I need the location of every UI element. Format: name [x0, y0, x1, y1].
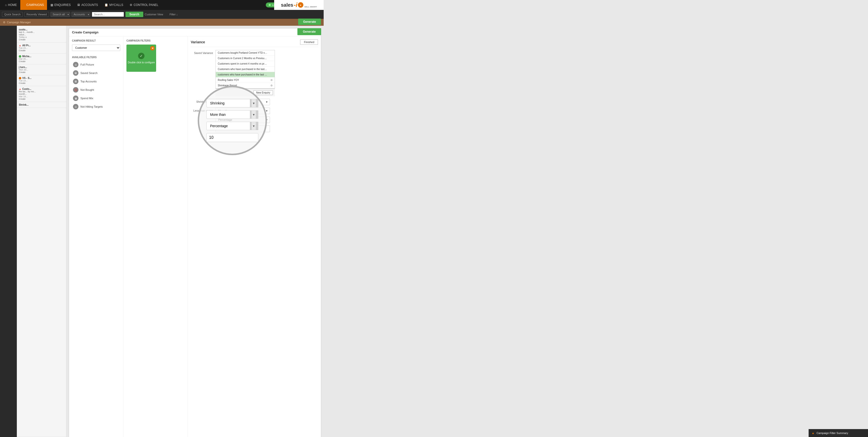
- less-than-label: Less than or gre: [191, 107, 213, 112]
- mycalls-icon: 📋: [104, 3, 108, 7]
- search-bar: Quick Search Recently Viewed Search all …: [0, 10, 323, 19]
- brand-logo: sales -i ● SELL SMART: [274, 0, 323, 10]
- main-layout: custo... last 3... month... value... Tod…: [0, 26, 323, 437]
- variance-list-item[interactable]: Customers bought Portland Cement YTD vs …: [216, 50, 275, 56]
- value-input[interactable]: [216, 125, 270, 132]
- spend-mix-icon: ▦: [73, 95, 79, 101]
- left-sidebar: [0, 26, 17, 437]
- nav-accounts[interactable]: 🏛 ACCOUNTS: [74, 0, 101, 10]
- shrinking-label: Shrinking or g: [191, 99, 213, 103]
- campaign-filters-panel: CAMPAIGN FILTERS ✕ ✓ Double click to con…: [123, 36, 188, 437]
- search-all-select[interactable]: Search all: [51, 12, 70, 17]
- variance-list-item[interactable]: Customers who have purchased in the last…: [216, 67, 275, 72]
- percentage-select[interactable]: Percentage Value: [216, 117, 270, 123]
- filter-link[interactable]: Filter ↓: [169, 13, 178, 16]
- top-navigation: ⌂ HOME ● CAMPAIGNS ▦ ENQUIRIES 🏛 ACCOUNT…: [0, 0, 323, 10]
- generate-button-top[interactable]: Generate: [298, 28, 321, 35]
- full-picture-icon: ◎: [73, 62, 79, 67]
- shrinking-select[interactable]: Shrinking Growing: [216, 99, 270, 105]
- breadcrumb-path: Campaign Manager: [7, 21, 31, 24]
- variance-dropdown-list[interactable]: Customers bought Portland Cement YTD vs …: [216, 50, 275, 89]
- percentage-select-wrap: Percentage Value: [216, 117, 270, 123]
- more-than-select-wrap: More than Less than: [216, 107, 270, 114]
- filter-top-accounts[interactable]: 🏛 Top Accounts: [72, 77, 120, 85]
- variance-list-item[interactable]: Customers in Current 2 Months vs Previou…: [216, 56, 275, 61]
- accounts-select[interactable]: Accounts: [71, 12, 90, 17]
- variance-list-container: Customers bought Portland Cement YTD vs …: [216, 50, 275, 96]
- campaign-filters-title: CAMPAIGN FILTERS: [126, 39, 185, 42]
- list-item[interactable]: custo... last 3... month... value... Tod…: [17, 27, 66, 42]
- filter-full-picture[interactable]: ◎ Full Picture: [72, 61, 120, 68]
- variance-title: Variance: [191, 40, 205, 44]
- status-indicator: [19, 55, 21, 58]
- percentage-row: Percentage Value: [191, 117, 318, 123]
- nav-controlpanel[interactable]: ⚙ CONTROL PANEL: [127, 0, 161, 10]
- nav-home[interactable]: ⌂ HOME: [2, 0, 20, 10]
- filter-close-icon[interactable]: ✕: [150, 46, 155, 51]
- filter-check-icon: ✓: [138, 53, 145, 59]
- generate-button[interactable]: Generate: [298, 19, 321, 25]
- accounts-select-wrap: Accounts: [71, 12, 90, 17]
- filter-not-hitting-targets[interactable]: ◎ Not Hitting Targets: [72, 103, 120, 111]
- finished-button[interactable]: Finished: [300, 39, 318, 45]
- filter-saved-search[interactable]: 🏛 Saved Search: [72, 69, 120, 77]
- nav-enquiries[interactable]: ▦ ENQUIRIES: [48, 0, 74, 10]
- breadcrumb-icon: ⚙: [3, 21, 5, 24]
- not-hitting-targets-icon: ◎: [73, 104, 79, 110]
- campaign-result-select[interactable]: Customer: [72, 44, 120, 51]
- variance-item-icon[interactable]: ⚙: [271, 84, 273, 87]
- controlpanel-icon: ⚙: [130, 3, 132, 7]
- filter-box-label: Double click to configure: [128, 61, 155, 64]
- recently-viewed-button[interactable]: Recently Viewed: [24, 12, 49, 17]
- quick-search-button[interactable]: Quick Search: [2, 12, 23, 17]
- shrinking-row: Shrinking or g Shrinking Growing: [191, 99, 318, 105]
- available-filters-section: AVAILABLE FILTERS ◎ Full Picture 🏛 Saved…: [72, 56, 120, 111]
- more-than-select[interactable]: More than Less than: [216, 107, 270, 114]
- campaign-content: CAMPAIGN RESULT Customer AVAILABLE FILTE…: [69, 36, 321, 437]
- warning-icon: ▲: [19, 88, 21, 90]
- enquiries-icon: ▦: [51, 3, 53, 7]
- new-enquiry-button[interactable]: New Enquiry: [253, 90, 273, 95]
- saved-variance-label: Saved Variance: [191, 50, 213, 55]
- accounts-icon: 🏛: [77, 3, 80, 7]
- warning-icon: ▲: [19, 44, 21, 47]
- list-item[interactable]: ▲ All Pr... Tue 23... Create: [17, 42, 66, 54]
- nav-mycalls[interactable]: 📋 MYCALLS: [101, 0, 126, 10]
- customer-view-link[interactable]: Customer View: [145, 13, 163, 16]
- list-item[interactable]: ▲ Custo... the las... by mo... month... …: [17, 86, 66, 102]
- variance-list-actions: New Enquiry: [216, 89, 275, 96]
- help-dot-icon: [269, 4, 271, 6]
- variance-list-item[interactable]: Customers spent in current 4 months vs p…: [216, 61, 275, 67]
- variance-list-item-selected[interactable]: customers who have purchased in the last…: [216, 72, 275, 77]
- home-icon: ⌂: [5, 3, 7, 7]
- mag-value-input[interactable]: [206, 133, 258, 142]
- create-campaign-title: Create Campaign: [72, 30, 98, 34]
- breadcrumb-bar: ⚙ Campaign Manager: [0, 19, 323, 26]
- filter-not-bought[interactable]: 🚫 Not Bought: [72, 86, 120, 94]
- shrinking-select-wrap: Shrinking Growing: [216, 99, 270, 105]
- search-input[interactable]: [92, 12, 124, 17]
- not-bought-icon: 🚫: [73, 87, 79, 93]
- nav-campaigns[interactable]: ● CAMPAIGNS: [20, 0, 47, 10]
- search-all-select-wrap: Search all: [51, 12, 70, 17]
- less-than-row: Less than or gre More than Less than: [191, 107, 318, 114]
- variance-header: Variance Finished: [191, 39, 318, 47]
- search-button[interactable]: Search: [125, 12, 143, 17]
- filter-spend-mix[interactable]: ▦ Spend Mix: [72, 94, 120, 102]
- variance-list-item[interactable]: Roofing Sales YOY ⚙: [216, 77, 275, 83]
- list-item[interactable]: Micha... Mar 20... Create: [17, 54, 66, 64]
- create-campaign-panel: Create Campaign Generate CAMPAIGN RESULT…: [69, 28, 321, 437]
- variance-panel: Variance Finished Saved Variance Custome…: [188, 36, 321, 437]
- create-campaign-header: Create Campaign: [69, 28, 321, 36]
- filter-configure-box[interactable]: ✕ ✓ Double click to configure: [126, 44, 156, 72]
- list-item[interactable]: j turn... Mon 20... Create: [17, 64, 66, 75]
- campaign-result-title: CAMPAIGN RESULT: [72, 39, 120, 42]
- saved-search-icon: 🏛: [73, 70, 79, 76]
- campaigns-icon: ●: [23, 3, 25, 7]
- variance-item-icon[interactable]: ⚙: [271, 79, 273, 82]
- logo-circle: ●: [298, 2, 303, 8]
- variance-list-item[interactable]: Shrinkage Report ⚙: [216, 83, 275, 88]
- campaign-list: custo... last 3... month... value... Tod…: [17, 26, 66, 437]
- list-item[interactable]: VS - S... Tue 14... Create: [17, 75, 66, 86]
- list-item[interactable]: Shrink...: [17, 102, 66, 108]
